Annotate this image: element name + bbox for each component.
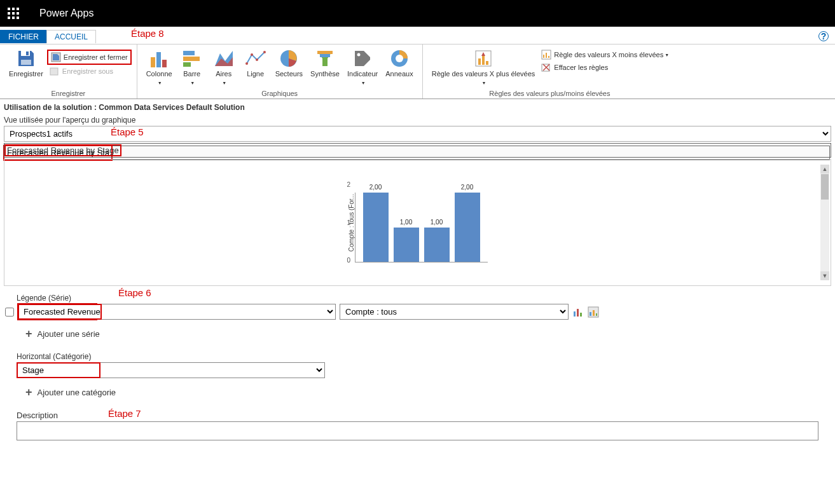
ribbon-group-save: Enregistrer Enregistrer et fermer Enregi… — [0, 44, 137, 99]
help-icon[interactable]: ? — [818, 31, 829, 41]
annotation-step5: Étape 5 — [111, 126, 144, 137]
app-title: Power Apps — [27, 8, 93, 19]
chart-scrollbar[interactable]: ▲ ▼ — [820, 165, 829, 280]
svg-point-29 — [396, 55, 403, 62]
chart-bar: 2,00 — [363, 193, 389, 262]
svg-rect-32 — [482, 55, 485, 65]
chart-bars: 2,00 1,00 1,00 2,00 — [355, 193, 488, 262]
svg-rect-15 — [156, 52, 161, 67]
chart-bar: 1,00 — [394, 228, 419, 262]
tab-home[interactable]: ACCUEIL — [46, 30, 96, 43]
svg-rect-45 — [596, 313, 597, 316]
svg-point-21 — [251, 53, 253, 56]
svg-rect-40 — [577, 309, 579, 317]
svg-rect-35 — [543, 55, 544, 58]
funnel-chart-button[interactable]: Synthèse — [307, 47, 343, 88]
line-chart-icon — [245, 48, 266, 69]
area-chart-icon — [214, 48, 234, 69]
clear-rules-icon — [541, 62, 551, 72]
svg-point-23 — [263, 51, 266, 53]
svg-rect-17 — [183, 51, 195, 55]
svg-rect-31 — [478, 58, 481, 65]
bottom-rule-icon — [541, 50, 551, 60]
series-field-select-wide[interactable]: Forecasted Revenue — [18, 304, 336, 320]
svg-rect-19 — [183, 62, 191, 67]
top-bar: Power Apps — [0, 0, 835, 27]
scroll-up-icon[interactable]: ▲ — [820, 165, 829, 174]
area-chart-button[interactable]: Aires▼ — [208, 47, 240, 88]
svg-rect-18 — [183, 57, 200, 61]
description-textarea[interactable] — [17, 421, 818, 440]
save-as-button[interactable]: Enregistrer sous — [47, 65, 132, 78]
svg-rect-8 — [17, 17, 19, 19]
add-series-button[interactable]: + Ajouter une série — [17, 320, 818, 343]
series-aggregate-select[interactable]: Compte : tous — [340, 304, 569, 320]
save-close-button[interactable]: Enregistrer et fermer — [47, 50, 132, 65]
annotation-step7: Étape 7 — [108, 408, 141, 419]
svg-point-20 — [245, 62, 248, 65]
svg-rect-6 — [8, 17, 10, 19]
category-field-select[interactable]: Stage — [17, 362, 325, 378]
ribbon-tabs: FICHIER ACCUEIL Étape 8 ? — [0, 29, 835, 44]
ribbon-group-charts: Colonne▼ Barre▼ Aires▼ Ligne Secteurs Sy… — [137, 44, 423, 99]
bar-chart-icon — [182, 48, 202, 69]
view-label: Vue utilisée pour l'aperçu du graphique — [4, 113, 831, 126]
series-checkbox-visual[interactable] — [5, 308, 14, 317]
svg-rect-14 — [151, 57, 155, 67]
chart-preview: Compte : tous (For... 2 1 0 2,00 1,00 1,… — [4, 159, 831, 286]
plus-icon: + — [25, 386, 32, 399]
svg-rect-37 — [548, 56, 549, 58]
svg-rect-36 — [546, 53, 547, 58]
svg-rect-11 — [26, 51, 29, 55]
solution-label: Utilisation de la solution : Common Data… — [4, 102, 831, 113]
svg-rect-4 — [12, 12, 15, 15]
annotation-step8: Étape 8 — [131, 28, 164, 39]
save-close-icon — [51, 52, 61, 62]
pie-chart-icon — [279, 48, 299, 69]
pie-chart-button[interactable]: Secteurs — [272, 47, 307, 88]
bar-chart-button[interactable]: Barre▼ — [176, 47, 208, 88]
tag-icon — [352, 48, 373, 69]
bottom-x-button[interactable]: Règle des valeurs X moins élevées ▼ — [539, 48, 672, 61]
indicator-chart-button[interactable]: Indicateur▼ — [343, 47, 382, 88]
donut-chart-button[interactable]: Anneaux — [382, 47, 417, 88]
ribbon-group-rules: Règle des valeurs X plus élevées▼ Règle … — [423, 44, 677, 99]
save-button[interactable]: Enregistrer — [5, 47, 47, 79]
donut-chart-icon — [389, 48, 410, 69]
chart-y-ticks: 2 1 0 — [347, 181, 351, 264]
annotation-step6: Étape 6 — [118, 287, 151, 298]
ribbon: Enregistrer Enregistrer et fermer Enregi… — [0, 44, 835, 99]
chart-type-icon[interactable] — [572, 306, 584, 318]
funnel-chart-icon — [315, 48, 335, 69]
svg-rect-43 — [590, 312, 591, 316]
add-category-button[interactable]: + Ajouter une catégorie — [17, 378, 818, 402]
clear-rules-button[interactable]: Effacer les règles — [539, 61, 672, 74]
svg-rect-26 — [320, 54, 330, 57]
app-launcher-icon[interactable] — [0, 0, 27, 27]
save-as-icon — [50, 66, 60, 76]
svg-rect-2 — [17, 8, 19, 10]
svg-rect-3 — [8, 12, 10, 15]
plus-icon: + — [25, 327, 32, 341]
svg-rect-5 — [17, 12, 19, 15]
scroll-down-icon[interactable]: ▼ — [820, 271, 829, 280]
svg-rect-10 — [21, 60, 31, 65]
save-icon — [16, 48, 36, 69]
svg-rect-13 — [50, 68, 58, 75]
top-x-button[interactable]: Règle des valeurs X plus élevées▼ — [428, 47, 539, 88]
column-chart-icon — [149, 48, 169, 69]
svg-rect-1 — [12, 8, 15, 10]
scroll-thumb[interactable] — [821, 174, 829, 200]
top-rule-icon — [473, 48, 493, 69]
horizontal-heading: Horizontal (Catégorie) — [17, 348, 818, 362]
tab-file[interactable]: FICHIER — [0, 30, 47, 43]
chart-title-text[interactable]: Forecasted Revenue by Stage — [6, 146, 120, 155]
chart-options-icon[interactable] — [588, 306, 599, 318]
svg-rect-7 — [12, 17, 15, 19]
svg-rect-33 — [486, 61, 488, 65]
column-chart-button[interactable]: Colonne▼ — [142, 47, 176, 88]
svg-point-22 — [256, 58, 258, 61]
svg-point-27 — [357, 53, 361, 57]
line-chart-button[interactable]: Ligne — [240, 47, 272, 88]
svg-rect-39 — [574, 311, 576, 317]
